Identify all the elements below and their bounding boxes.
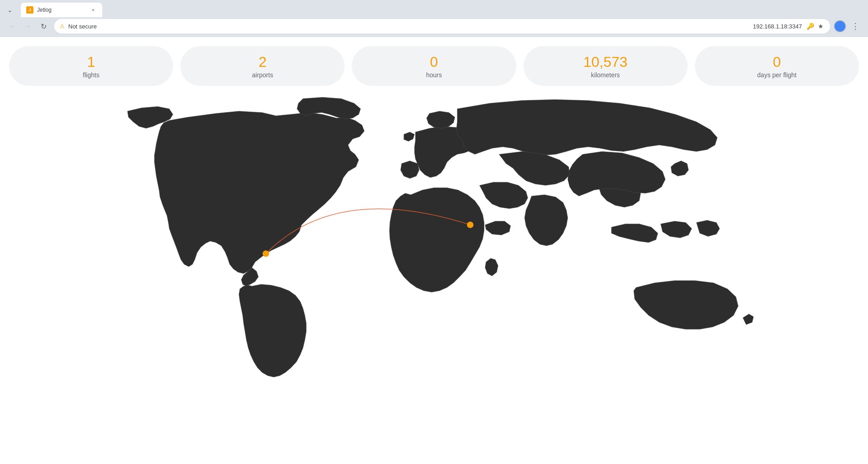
tab-bar: ⌄ J Jetlog × [0,0,868,16]
stats-row: 1 flights 2 airports 0 hours 10,573 kilo… [9,46,859,86]
stat-label-hours: hours [426,71,442,79]
stat-value-flights: 1 [87,53,95,70]
browser-chrome: ⌄ J Jetlog × ← → ↻ ⚠ Not secure 192.168.… [0,0,868,37]
browser-tab[interactable]: J Jetlog × [21,3,102,17]
address-text: 192.168.1.18:3347 [753,23,802,30]
stat-value-kilometers: 10,573 [583,53,627,70]
stat-label-kilometers: kilometers [591,71,620,79]
tab-title: Jetlog [37,7,86,13]
reload-button[interactable]: ↻ [36,19,51,33]
stat-label-airports: airports [252,71,273,79]
address-actions: 🔑 ★ [806,22,825,31]
stat-card-airports: 2 airports [180,46,344,86]
tab-list-button[interactable]: ⌄ [4,4,16,16]
map-svg-wrapper [9,95,859,434]
tab-close-button[interactable]: × [90,6,97,14]
stat-card-hours: 0 hours [352,46,516,86]
stat-value-airports: 2 [259,53,267,70]
flight-destination-dot [467,222,473,228]
profile-avatar[interactable] [834,20,846,33]
map-container [9,95,859,434]
stat-value-hours: 0 [430,53,438,70]
stat-card-kilometers: 10,573 kilometers [524,46,688,86]
stat-card-days-per-flight: 0 days per flight [695,46,859,86]
tab-favicon: J [26,6,33,14]
omnibox-bar: ← → ↻ ⚠ Not secure 192.168.1.18:3347 🔑 ★… [0,16,868,37]
page-content: 1 flights 2 airports 0 hours 10,573 kilo… [0,37,868,464]
tab-nav-buttons: ⌄ [4,4,16,16]
bookmark-icon[interactable]: ★ [817,22,825,31]
stat-value-days-per-flight: 0 [773,53,781,70]
address-bar[interactable]: ⚠ Not secure 192.168.1.18:3347 🔑 ★ [54,19,830,33]
stat-card-flights: 1 flights [9,46,173,86]
security-icon: ⚠ [60,23,65,29]
world-map [9,95,859,434]
stat-label-days-per-flight: days per flight [757,71,797,79]
browser-menu-button[interactable]: ⋮ [848,19,863,33]
browser-right-controls: ⋮ [834,19,863,33]
forward-button[interactable]: → [21,19,35,33]
nav-controls: ← → ↻ [5,19,51,33]
password-manager-icon[interactable]: 🔑 [806,22,815,31]
stat-label-flights: flights [83,71,99,79]
flight-origin-dot [263,251,269,257]
back-button[interactable]: ← [5,19,20,33]
security-label: Not secure [68,23,750,30]
